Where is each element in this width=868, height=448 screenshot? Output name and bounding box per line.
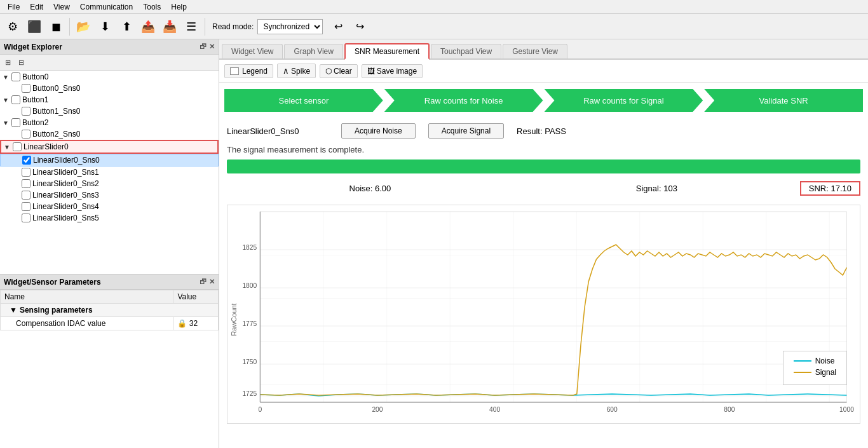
tree-item-button0[interactable]: ▼ Button0 <box>0 71 219 83</box>
clear-button[interactable]: ⬡ Clear <box>320 64 358 78</box>
toolbar-sep-2 <box>205 18 205 36</box>
params-close-icon[interactable]: ✕ <box>209 278 215 286</box>
checkbox-linearslider0-sns1[interactable] <box>22 168 31 177</box>
tree-item-linearslider0-sns5[interactable]: LinearSlider0_Sns5 <box>0 212 219 224</box>
checkbox-linearslider0-sns2[interactable] <box>22 179 31 188</box>
tree-item-button2[interactable]: ▼ Button2 <box>0 117 219 128</box>
undo-button[interactable]: ↩ <box>328 17 348 37</box>
up-button[interactable]: ⬆ <box>116 17 137 37</box>
legend-item-signal: Signal <box>794 368 836 377</box>
tree-label-button1: Button1 <box>22 95 48 104</box>
noise-metric: Noise: 6.00 <box>227 184 513 193</box>
tab-gesture-view[interactable]: Gesture View <box>503 44 567 58</box>
tab-graph-view[interactable]: Graph View <box>284 44 342 58</box>
menu-tools[interactable]: Tools <box>138 1 166 13</box>
list-button[interactable]: ☰ <box>181 17 201 37</box>
tree-label-button0: Button0 <box>22 72 48 81</box>
settings-button[interactable]: ⚙ <box>3 17 23 37</box>
acquire-signal-button[interactable]: Acquire Signal <box>428 123 504 139</box>
panel-header-icons: 🗗 ✕ <box>200 43 215 51</box>
params-restore-icon[interactable]: 🗗 <box>200 278 207 286</box>
checkbox-linearslider0-sns3[interactable] <box>22 191 31 200</box>
checkbox-linearslider0[interactable] <box>13 142 22 151</box>
svg-text:1800: 1800 <box>242 282 257 289</box>
checkbox-button1[interactable] <box>11 95 20 104</box>
acquire-noise-button[interactable]: Acquire Noise <box>341 123 416 139</box>
undo-redo-group: ↩ ↪ <box>328 17 370 37</box>
checkbox-button0-sns0[interactable] <box>22 84 31 93</box>
tree-item-linearslider0-sns4[interactable]: LinearSlider0_Sns4 <box>0 201 219 212</box>
sensor-name: LinearSlider0_Sns0 <box>227 126 329 136</box>
menu-communication[interactable]: Communication <box>75 1 138 13</box>
redo-button[interactable]: ↪ <box>349 17 370 37</box>
export-button[interactable]: 📤 <box>138 17 158 37</box>
sensor-row: LinearSlider0_Sns0 Acquire Noise Acquire… <box>227 123 860 139</box>
tree-item-button1-sns0[interactable]: Button1_Sns0 <box>0 105 219 117</box>
metrics-row: Noise: 6.00 Signal: 103 SNR: 17.10 <box>227 179 860 198</box>
step-validate-snr[interactable]: Validate SNR <box>704 89 863 112</box>
open-button[interactable]: 📂 <box>73 17 93 37</box>
tree-item-linearslider0-sns0[interactable]: LinearSlider0_Sns0 <box>0 154 219 166</box>
checkbox-linearslider0-sns0[interactable] <box>22 156 31 165</box>
tab-snr-measurement[interactable]: SNR Measurement <box>344 43 430 60</box>
tree-item-button1[interactable]: ▼ Button1 <box>0 94 219 105</box>
widget-tree: ▼ Button0 Button0_Sns0 ▼ Button1 Button1… <box>0 71 219 275</box>
checkbox-button1-sns0[interactable] <box>22 107 31 116</box>
tree-item-linearslider0-sns3[interactable]: LinearSlider0_Sns3 <box>0 189 219 201</box>
tree-item-linearslider0-sns1[interactable]: LinearSlider0_Sns1 <box>0 166 219 178</box>
result-value: PASS <box>545 126 566 136</box>
tree-label-linearslider0: LinearSlider0 <box>24 142 69 151</box>
tree-label-linearslider0-sns2: LinearSlider0_Sns2 <box>32 179 99 188</box>
checkbox-linearslider0-sns5[interactable] <box>22 214 31 222</box>
snr-value: 17.10 <box>831 184 851 193</box>
step-raw-signal-label: Raw counts for Signal <box>583 96 663 105</box>
menu-edit[interactable]: Edit <box>25 1 48 13</box>
collapse-all-icon[interactable]: ⊟ <box>16 57 27 68</box>
menu-help[interactable]: Help <box>166 1 192 13</box>
menu-view[interactable]: View <box>48 1 75 13</box>
checkbox-button2[interactable] <box>11 118 20 127</box>
noise-value: 6.00 <box>375 184 391 193</box>
params-row-compensation-idac: Compensation IDAC value 🔒 32 <box>1 317 219 330</box>
svg-text:1775: 1775 <box>242 320 257 327</box>
tree-item-button2-sns0[interactable]: Button2_Sns0 <box>0 128 219 140</box>
down-button[interactable]: ⬇ <box>95 17 115 37</box>
step-raw-noise[interactable]: Raw counts for Noise <box>384 89 543 112</box>
tree-item-button0-sns0[interactable]: Button0_Sns0 <box>0 83 219 94</box>
import-button[interactable]: 📥 <box>159 17 180 37</box>
legend-item-noise: Noise <box>794 356 836 365</box>
tree-item-linearslider0[interactable]: ▼ LinearSlider0 <box>0 140 219 154</box>
step-raw-signal[interactable]: Raw counts for Signal <box>545 89 703 112</box>
tree-item-linearslider0-sns2[interactable]: LinearSlider0_Sns2 <box>0 178 219 189</box>
pause-button[interactable]: ◼ <box>46 17 66 37</box>
sensing-params-label: ▼Sensing parameters <box>1 304 219 317</box>
tab-widget-view[interactable]: Widget View <box>222 44 283 58</box>
clear-icon: ⬡ <box>325 67 332 76</box>
svg-rect-0 <box>260 212 846 402</box>
progress-bar <box>227 160 860 173</box>
legend-icon <box>230 67 239 75</box>
expand-all-icon[interactable]: ⊞ <box>3 57 13 68</box>
checkbox-linearslider0-sns4[interactable] <box>22 202 31 211</box>
tree-label-button0-sns0: Button0_Sns0 <box>32 84 80 93</box>
save-image-button[interactable]: 🖼 Save image <box>362 64 423 78</box>
param-name-compensation-idac: Compensation IDAC value <box>1 317 173 330</box>
params-section-sensing: ▼Sensing parameters <box>1 304 219 317</box>
checkbox-button2-sns0[interactable] <box>22 130 31 139</box>
signal-legend-label: Signal <box>815 368 836 377</box>
menu-file[interactable]: File <box>3 1 25 13</box>
spike-button[interactable]: ∧ Spike <box>277 64 316 78</box>
svg-text:1725: 1725 <box>242 390 257 397</box>
widget-explorer-header: Widget Explorer 🗗 ✕ <box>0 39 219 55</box>
toolbar: ⚙ ⬛ ◼ 📂 ⬇ ⬆ 📤 📥 ☰ Read mode: Synchronize… <box>0 14 868 39</box>
svg-text:600: 600 <box>607 406 618 413</box>
restore-icon[interactable]: 🗗 <box>200 43 207 51</box>
checkbox-button0[interactable] <box>11 72 20 81</box>
legend-button[interactable]: Legend <box>224 64 273 78</box>
tab-touchpad-view[interactable]: Touchpad View <box>431 44 501 58</box>
params-table-container: Name Value ▼Sensing parameters Compensat… <box>0 290 219 448</box>
close-icon[interactable]: ✕ <box>209 43 215 51</box>
step-select-sensor[interactable]: Select sensor <box>224 89 383 112</box>
read-mode-select[interactable]: Synchronized Manual Continuous <box>257 19 323 34</box>
stop-button[interactable]: ⬛ <box>24 17 44 37</box>
